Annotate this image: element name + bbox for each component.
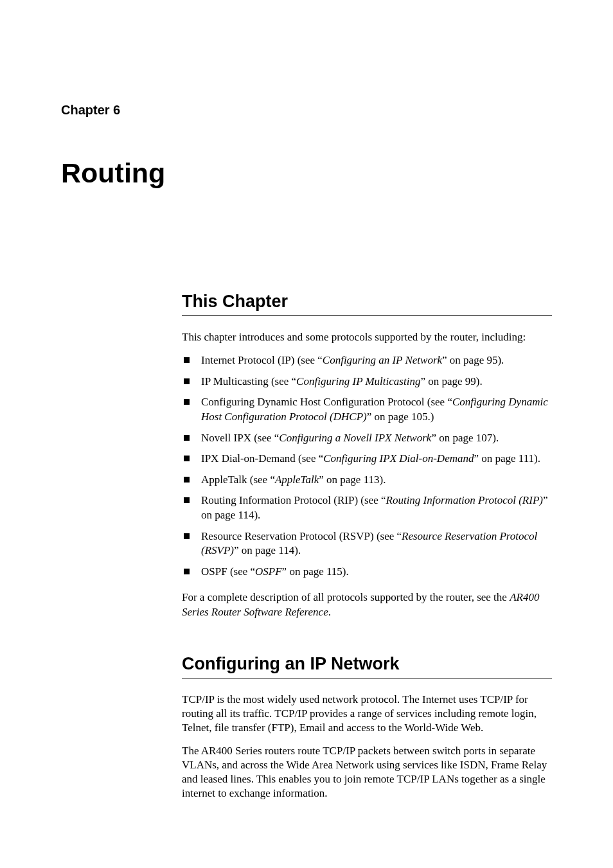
- chapter-label: Chapter 6: [61, 103, 552, 118]
- section2-para1: TCP/IP is the most widely used network p…: [182, 693, 552, 735]
- intro-paragraph: This chapter introduces and some protoco…: [182, 330, 552, 344]
- list-text-post: ” on page 113).: [319, 474, 386, 486]
- list-text-em: Configuring an IP Network: [323, 354, 442, 366]
- bullet-icon: [184, 399, 190, 405]
- list-item: AppleTalk (see “AppleTalk” on page 113).: [182, 473, 552, 488]
- list-text-pre: Internet Protocol (IP) (see “: [201, 354, 323, 366]
- list-item: Resource Reservation Protocol (RSVP) (se…: [182, 529, 552, 558]
- bullet-icon: [184, 497, 190, 503]
- list-text-post: ” on page 115).: [282, 565, 349, 578]
- list-item: Routing Information Protocol (RIP) (see …: [182, 493, 552, 522]
- list-text-pre: Resource Reservation Protocol (RSVP) (se…: [201, 530, 402, 542]
- list-item: Novell IPX (see “Configuring a Novell IP…: [182, 431, 552, 446]
- section2-para2: The AR400 Series routers route TCP/IP pa…: [182, 744, 552, 801]
- list-item: OSPF (see “OSPF” on page 115).: [182, 565, 552, 580]
- list-text-post: ” on page 111).: [474, 452, 540, 465]
- list-text-post: ” on page 114).: [234, 544, 301, 556]
- list-item: IP Multicasting (see “Configuring IP Mul…: [182, 375, 552, 389]
- list-item: IPX Dial-on-Demand (see “Configuring IPX…: [182, 452, 552, 466]
- protocol-list: Internet Protocol (IP) (see “Configuring…: [182, 353, 552, 579]
- chapter-title: Routing: [61, 157, 552, 189]
- list-text-em: AppleTalk: [275, 474, 319, 486]
- list-text-em: Configuring IPX Dial-on-Demand: [323, 452, 474, 465]
- page: Chapter 6 Routing This Chapter This chap…: [0, 0, 613, 868]
- list-text-em: OSPF: [255, 565, 282, 578]
- list-item: Configuring Dynamic Host Configuration P…: [182, 395, 552, 424]
- list-text-pre: Routing Information Protocol (RIP) (see …: [201, 494, 386, 506]
- bullet-icon: [184, 477, 190, 483]
- list-text-em: Routing Information Protocol (RIP): [386, 494, 543, 506]
- outro-paragraph: For a complete description of all protoc…: [182, 590, 552, 619]
- outro-post: .: [328, 606, 331, 618]
- bullet-icon: [184, 435, 190, 441]
- list-text-post: ” on page 95).: [442, 354, 504, 366]
- bullet-icon: [184, 569, 190, 574]
- bullet-icon: [184, 533, 190, 539]
- list-text-post: ” on page 105.): [367, 411, 434, 423]
- list-text-em: Configuring IP Multicasting: [296, 375, 420, 387]
- list-text-post: ” on page 99).: [420, 375, 482, 387]
- bullet-icon: [184, 357, 190, 363]
- body-column: This Chapter This chapter introduces and…: [182, 292, 552, 801]
- bullet-icon: [184, 456, 190, 461]
- section-heading-this-chapter: This Chapter: [182, 292, 552, 316]
- list-text-pre: AppleTalk (see “: [201, 474, 275, 486]
- list-text-pre: IPX Dial-on-Demand (see “: [201, 452, 323, 465]
- outro-pre: For a complete description of all protoc…: [182, 591, 510, 603]
- list-text-post: ” on page 107).: [431, 432, 499, 444]
- list-text-em: Configuring a Novell IPX Network: [279, 432, 431, 444]
- list-text-pre: Novell IPX (see “: [201, 432, 279, 444]
- list-text-pre: Configuring Dynamic Host Configuration P…: [201, 396, 452, 408]
- bullet-icon: [184, 378, 190, 384]
- section-heading-configuring-ip: Configuring an IP Network: [182, 654, 552, 678]
- list-item: Internet Protocol (IP) (see “Configuring…: [182, 353, 552, 368]
- list-text-pre: OSPF (see “: [201, 565, 255, 578]
- list-text-pre: IP Multicasting (see “: [201, 375, 296, 387]
